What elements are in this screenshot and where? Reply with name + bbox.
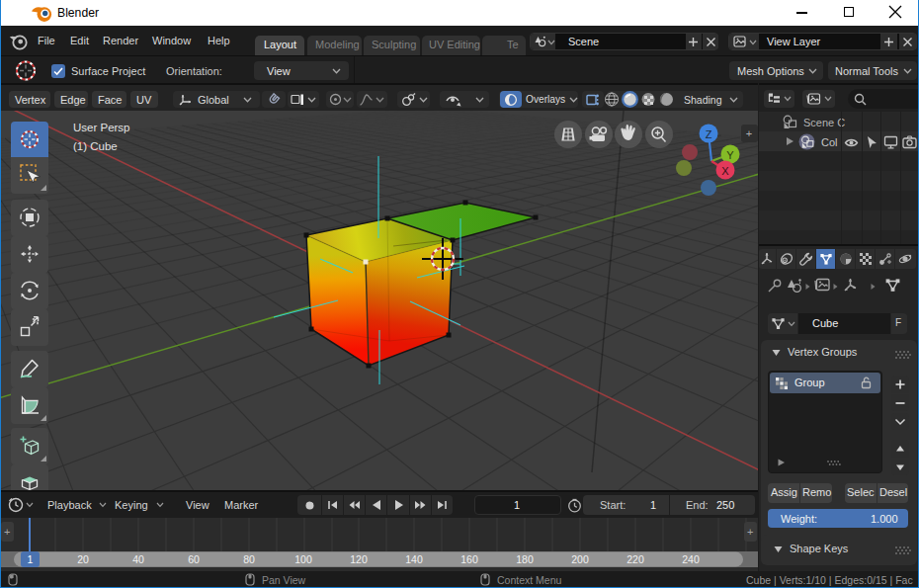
svg-text:User Persp: User Persp xyxy=(73,122,130,133)
svg-text:Z: Z xyxy=(706,128,712,140)
svg-text:40: 40 xyxy=(132,553,144,565)
svg-text:120: 120 xyxy=(350,553,368,565)
svg-text:180: 180 xyxy=(516,553,534,565)
svg-text:20: 20 xyxy=(77,553,89,565)
svg-text:140: 140 xyxy=(405,553,423,565)
svg-text:Y: Y xyxy=(726,149,734,161)
svg-text:(1) Cube: (1) Cube xyxy=(73,140,118,152)
svg-text:200: 200 xyxy=(571,553,589,565)
svg-text:240: 240 xyxy=(682,553,700,565)
svg-text:+: + xyxy=(746,127,752,139)
svg-text:100: 100 xyxy=(294,553,312,565)
svg-text:60: 60 xyxy=(188,553,200,565)
svg-text:X: X xyxy=(721,165,729,177)
svg-text:160: 160 xyxy=(460,553,478,565)
svg-text:1: 1 xyxy=(28,553,34,565)
svg-text:220: 220 xyxy=(627,553,644,565)
svg-text:80: 80 xyxy=(243,553,255,565)
